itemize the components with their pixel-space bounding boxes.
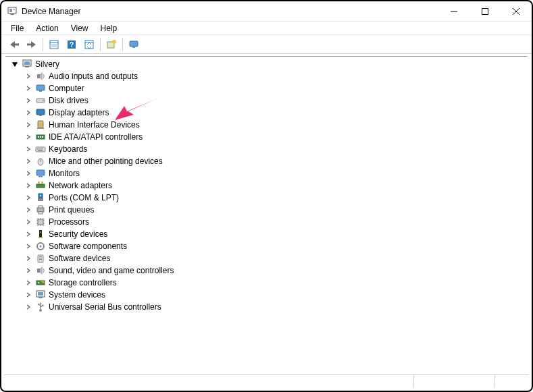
tree-item-label: Monitors	[49, 169, 80, 178]
softcomp-icon	[35, 241, 46, 252]
close-button[interactable]	[501, 1, 532, 22]
chevron-right-icon[interactable]	[24, 230, 32, 238]
tree-item-label: IDE ATA/ATAPI controllers	[49, 132, 143, 142]
svg-text:?: ?	[70, 41, 74, 49]
back-button[interactable]	[6, 37, 22, 52]
show-hidden-devices-button[interactable]	[126, 37, 142, 52]
update-driver-button[interactable]	[103, 37, 120, 52]
tree-item-usb[interactable]: Universal Serial Bus controllers	[5, 301, 528, 313]
chevron-right-icon[interactable]	[24, 218, 32, 226]
tree-item-hid[interactable]: Human Interface Devices	[5, 119, 528, 131]
tree-item-mice[interactable]: Mice and other pointing devices	[5, 155, 528, 167]
help-button[interactable]: ?	[64, 37, 80, 52]
svg-rect-74	[39, 259, 42, 260]
menu-help[interactable]: Help	[95, 23, 123, 34]
svg-rect-22	[24, 61, 30, 65]
tree-item-keyboards[interactable]: Keyboards	[5, 143, 528, 155]
chevron-right-icon[interactable]	[24, 194, 32, 202]
tree-item-monitors[interactable]: Monitors	[5, 167, 528, 179]
svg-rect-24	[37, 74, 40, 78]
computer-icon	[22, 59, 32, 69]
svg-rect-36	[42, 136, 43, 138]
chevron-right-icon[interactable]	[24, 169, 32, 177]
svg-rect-50	[38, 198, 43, 201]
tree-item-softcomp[interactable]: Software components	[5, 240, 528, 252]
svg-rect-73	[39, 258, 42, 258]
tree-item-ide[interactable]: IDE ATA/ATAPI controllers	[5, 131, 528, 143]
svg-rect-67	[39, 237, 43, 238]
svg-rect-40	[41, 148, 43, 150]
printq-icon	[35, 204, 46, 215]
svg-rect-39	[39, 148, 41, 150]
tree-item-disk[interactable]: Disk drives	[5, 94, 528, 107]
chevron-right-icon[interactable]	[24, 181, 32, 190]
chevron-right-icon[interactable]	[24, 206, 32, 214]
svg-rect-5	[482, 8, 488, 14]
tree-item-storage[interactable]: Storage controllers	[5, 277, 528, 289]
tree-item-computer[interactable]: Computer	[5, 82, 528, 94]
tree-item-label: Mice and other pointing devices	[49, 157, 163, 166]
chevron-right-icon[interactable]	[24, 96, 32, 105]
tree-item-softdev[interactable]: Software devices	[5, 252, 528, 264]
tree-item-label: Software devices	[49, 254, 110, 263]
svg-rect-44	[36, 170, 45, 175]
svg-rect-66	[39, 230, 42, 237]
svg-rect-19	[130, 41, 138, 47]
chevron-down-icon[interactable]	[11, 60, 19, 68]
chevron-right-icon[interactable]	[24, 303, 32, 311]
svg-rect-38	[37, 148, 39, 150]
tree-item-network[interactable]: Network adapters	[5, 179, 528, 192]
tree-item-label: Print queues	[49, 205, 94, 215]
tree-item-audio[interactable]: Audio inputs and outputs	[5, 70, 528, 82]
sound-icon	[35, 265, 46, 276]
svg-rect-31	[38, 121, 43, 128]
forward-button[interactable]	[24, 37, 40, 52]
tree-item-processors[interactable]: Processors	[5, 216, 528, 228]
toolbar: ?	[1, 35, 532, 54]
minimize-button[interactable]	[438, 1, 469, 22]
scan-hardware-button[interactable]	[81, 37, 97, 52]
chevron-right-icon[interactable]	[24, 267, 32, 275]
tree-item-security[interactable]: Security devices	[5, 228, 528, 240]
tree-item-printq[interactable]: Print queues	[5, 204, 528, 216]
svg-rect-71	[38, 255, 43, 262]
tree-item-sound[interactable]: Sound, video and game controllers	[5, 264, 528, 277]
chevron-right-icon[interactable]	[24, 84, 32, 92]
chevron-right-icon[interactable]	[24, 291, 32, 299]
tree-item-label: Human Interface Devices	[49, 120, 140, 130]
chevron-right-icon[interactable]	[24, 254, 32, 262]
chevron-right-icon[interactable]	[24, 121, 32, 129]
menu-file[interactable]: File	[5, 23, 29, 34]
properties-button[interactable]	[46, 37, 62, 52]
chevron-right-icon[interactable]	[24, 157, 32, 165]
chevron-right-icon[interactable]	[24, 109, 32, 117]
svg-rect-79	[38, 292, 43, 296]
tree-item-system[interactable]: System devices	[5, 289, 528, 301]
tree-item-label: Disk drives	[49, 96, 88, 105]
svg-rect-20	[132, 47, 135, 48]
menu-action[interactable]: Action	[30, 23, 64, 34]
svg-rect-25	[36, 85, 45, 90]
device-tree[interactable]: Silvery Audio inputs and outputsComputer…	[5, 56, 528, 372]
tree-root[interactable]: Silvery	[5, 58, 528, 70]
chevron-right-icon[interactable]	[24, 133, 32, 141]
svg-rect-52	[37, 208, 44, 212]
maximize-button[interactable]	[469, 1, 501, 22]
chevron-right-icon[interactable]	[24, 279, 32, 287]
monitors-icon	[35, 168, 46, 179]
svg-point-70	[40, 246, 42, 248]
audio-icon	[35, 71, 46, 82]
svg-point-18	[112, 40, 116, 44]
tree-item-ports[interactable]: Ports (COM & LPT)	[5, 192, 528, 204]
svg-rect-30	[39, 115, 42, 116]
security-icon	[35, 229, 46, 240]
svg-point-51	[40, 195, 41, 196]
chevron-right-icon[interactable]	[24, 242, 32, 250]
chevron-right-icon[interactable]	[24, 72, 32, 80]
tree-item-display[interactable]: Display adapters	[5, 107, 528, 119]
svg-point-68	[40, 231, 41, 233]
chevron-right-icon[interactable]	[24, 145, 32, 153]
svg-rect-84	[42, 305, 44, 307]
svg-rect-29	[36, 109, 45, 115]
menu-view[interactable]: View	[66, 23, 94, 34]
